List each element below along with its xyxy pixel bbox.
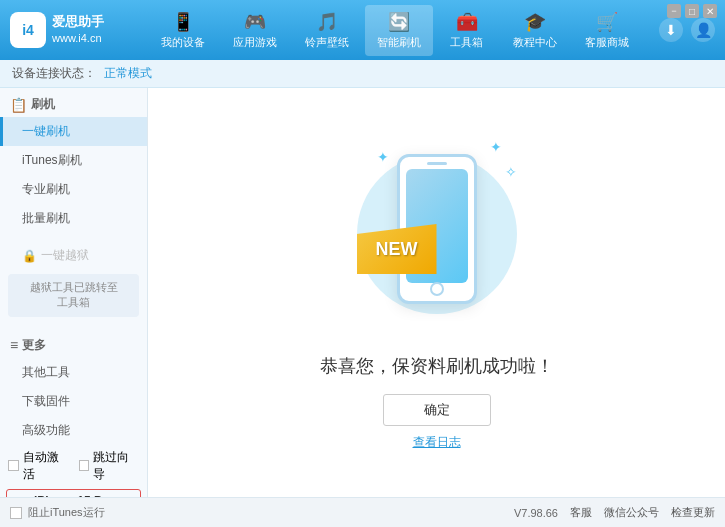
header: i4 爱思助手 www.i4.cn 📱 我的设备 🎮 应用游戏 🎵 铃声壁纸 xyxy=(0,0,725,60)
star-icon-2: ✦ xyxy=(490,139,502,155)
bottom-right: V7.98.66 客服 微信公众号 检查更新 xyxy=(514,505,715,520)
my-device-icon: 📱 xyxy=(172,11,194,33)
tab-tutorials[interactable]: 🎓 教程中心 xyxy=(501,5,569,56)
phone-home-button xyxy=(430,282,444,296)
tab-apps-games[interactable]: 🎮 应用游戏 xyxy=(221,5,289,56)
apps-icon: 🎮 xyxy=(244,11,266,33)
itunes-checkbox[interactable] xyxy=(10,507,22,519)
toolbox-icon: 🧰 xyxy=(456,11,478,33)
logo-text: 爱思助手 www.i4.cn xyxy=(52,13,104,47)
tutorials-icon: 🎓 xyxy=(524,11,546,33)
version-label: V7.98.66 xyxy=(514,507,558,519)
confirm-button[interactable]: 确定 xyxy=(383,394,491,426)
sidebar: 📋 刷机 一键刷机 iTunes刷机 专业刷机 批量刷机 🔒 一键越狱 越狱工具… xyxy=(0,88,148,497)
sidebar-item-download-firmware[interactable]: 下载固件 xyxy=(0,387,147,416)
content-area: ✦ ✦ ✧ NEW 恭喜您，保资料刷机成功啦！ 确定 xyxy=(148,88,725,497)
logo-icon: i4 xyxy=(10,12,46,48)
success-message: 恭喜您，保资料刷机成功啦！ xyxy=(320,354,554,378)
sidebar-item-other-tools[interactable]: 其他工具 xyxy=(0,358,147,387)
log-link[interactable]: 查看日志 xyxy=(413,434,461,451)
auto-activate-checkbox[interactable] xyxy=(8,460,19,471)
star-icon-1: ✦ xyxy=(377,149,389,165)
sidebar-checkbox-row: 自动激活 跳过向导 xyxy=(0,445,147,487)
sidebar-section-more: ≡ 更多 xyxy=(0,329,147,358)
close-button[interactable]: ✕ xyxy=(703,4,717,18)
tab-service[interactable]: 🛒 客服商城 xyxy=(573,5,641,56)
header-right: ⬇ 👤 xyxy=(659,18,715,42)
user-button[interactable]: 👤 xyxy=(691,18,715,42)
window-controls: － □ ✕ xyxy=(667,4,717,18)
flash-section-icon: 📋 xyxy=(10,97,27,113)
phone-speaker xyxy=(427,162,447,165)
tab-my-device[interactable]: 📱 我的设备 xyxy=(149,5,217,56)
download-button[interactable]: ⬇ xyxy=(659,18,683,42)
tab-smart-flash[interactable]: 🔄 智能刷机 xyxy=(365,5,433,56)
sidebar-item-advanced[interactable]: 高级功能 xyxy=(0,416,147,445)
bottom-left: 阻止iTunes运行 xyxy=(10,505,514,520)
new-banner: NEW xyxy=(357,224,437,274)
ringtone-icon: 🎵 xyxy=(316,11,338,33)
service-icon: 🛒 xyxy=(596,11,618,33)
lock-icon: 🔒 xyxy=(22,249,37,263)
star-icon-3: ✧ xyxy=(505,164,517,180)
sidebar-item-itunes-flash[interactable]: iTunes刷机 xyxy=(0,146,147,175)
main-layout: 📋 刷机 一键刷机 iTunes刷机 专业刷机 批量刷机 🔒 一键越狱 越狱工具… xyxy=(0,88,725,497)
wechat-link[interactable]: 微信公众号 xyxy=(604,505,659,520)
minimize-button[interactable]: － xyxy=(667,4,681,18)
smart-flash-icon: 🔄 xyxy=(388,11,410,33)
breadcrumb: 设备连接状态： 正常模式 xyxy=(0,60,725,88)
sidebar-item-batch-flash[interactable]: 批量刷机 xyxy=(0,204,147,233)
more-section-icon: ≡ xyxy=(10,337,18,353)
sidebar-item-one-key-flash[interactable]: 一键刷机 xyxy=(0,117,147,146)
check-update-link[interactable]: 检查更新 xyxy=(671,505,715,520)
customer-service-link[interactable]: 客服 xyxy=(570,505,592,520)
logo-area: i4 爱思助手 www.i4.cn xyxy=(10,12,130,48)
sidebar-device-box[interactable]: 📱 iPhone 15 Pro Max 512GB iPhone xyxy=(6,489,141,497)
sidebar-jailbreak-notice: 越狱工具已跳转至 工具箱 xyxy=(8,274,139,317)
skip-guide-checkbox[interactable] xyxy=(79,460,90,471)
device-name: iPhone 15 Pro Max xyxy=(34,494,134,497)
sidebar-section-jailbreak: 🔒 一键越狱 xyxy=(0,241,147,270)
sidebar-item-pro-flash[interactable]: 专业刷机 xyxy=(0,175,147,204)
nav-tabs: 📱 我的设备 🎮 应用游戏 🎵 铃声壁纸 🔄 智能刷机 🧰 工具箱 xyxy=(130,5,659,56)
success-illustration: ✦ ✦ ✧ NEW xyxy=(347,134,527,334)
new-badge-text: NEW xyxy=(376,239,418,260)
bottom-bar: 阻止iTunes运行 V7.98.66 客服 微信公众号 检查更新 xyxy=(0,497,725,527)
tab-toolbox[interactable]: 🧰 工具箱 xyxy=(437,5,497,56)
sidebar-section-flash: 📋 刷机 xyxy=(0,88,147,117)
maximize-button[interactable]: □ xyxy=(685,4,699,18)
tab-ringtones[interactable]: 🎵 铃声壁纸 xyxy=(293,5,361,56)
